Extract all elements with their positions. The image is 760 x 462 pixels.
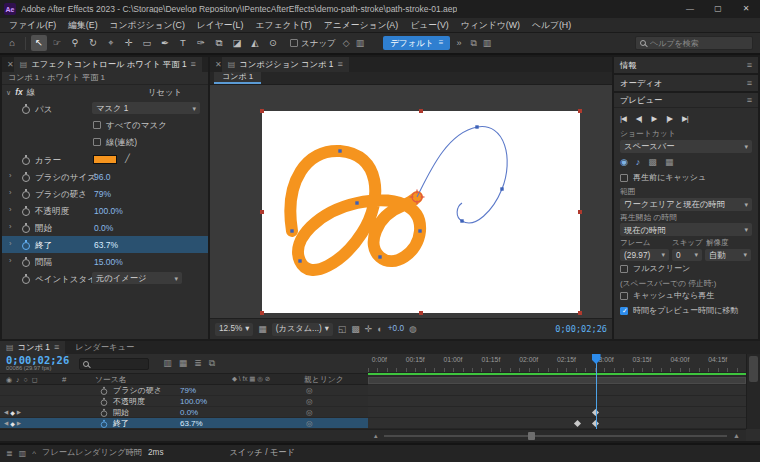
layer-handle[interactable] <box>260 109 264 113</box>
roto-brush-tool[interactable]: ◭ <box>247 35 263 51</box>
composition-mini-flowchart-icon[interactable]: ▥ <box>163 359 172 368</box>
previous-keyframe-icon[interactable]: ◀ <box>4 410 8 416</box>
play-button[interactable]: ▶ <box>651 115 656 123</box>
timeline-row-end[interactable]: ◀ ◆ ▶ 終了 63.7% ◎ <box>0 418 368 429</box>
menu-file[interactable]: ファイル(F) <box>3 21 62 30</box>
property-value[interactable]: 15.00% <box>94 258 123 267</box>
effect-name[interactable]: 線 <box>27 88 36 97</box>
twirl-icon[interactable]: › <box>9 172 12 180</box>
property-label[interactable]: カラー <box>35 156 61 165</box>
track-row[interactable] <box>368 418 746 429</box>
mask-visibility-icon[interactable]: ✛ <box>365 325 373 334</box>
timeline-row-start[interactable]: ◀ ◆ ▶ 開始 0.0% ◎ <box>0 407 368 418</box>
minimize-button[interactable]: — <box>676 0 704 18</box>
pen-tool[interactable]: ✒ <box>157 35 173 51</box>
pickwhip-icon[interactable]: ◎ <box>306 387 313 395</box>
share-icon[interactable]: ⧉ <box>470 39 476 48</box>
grid-guides-icon[interactable]: ▦ <box>258 325 267 334</box>
stopwatch-icon[interactable] <box>22 155 30 164</box>
previous-keyframe-icon[interactable]: ◀ <box>4 421 8 427</box>
source-name-column[interactable]: ソース名 <box>95 376 127 384</box>
effect-header-row[interactable]: ∨ fx 線 リセット <box>2 85 208 100</box>
stopwatch-icon-active[interactable] <box>22 240 30 249</box>
property-label[interactable]: 開始 <box>35 224 52 233</box>
snap-option2-icon[interactable]: ▥ <box>356 39 365 48</box>
transparency-grid-icon[interactable]: ▩ <box>351 325 360 334</box>
scrollbar-thumb[interactable] <box>749 356 758 382</box>
collapse-panel-icon[interactable]: ^ <box>32 450 36 458</box>
region-of-interest-icon[interactable]: ◱ <box>338 325 347 334</box>
twirl-down-icon[interactable]: ∨ <box>6 89 11 96</box>
exposure-value[interactable]: +0.0 <box>388 325 404 333</box>
layer-handle[interactable] <box>578 210 582 214</box>
layer-handle[interactable] <box>260 311 264 315</box>
composition-tab[interactable]: ▤ コンポジション コンポ 1 ≡ <box>222 57 349 72</box>
info-panel-header[interactable]: 情報 ≡ <box>614 57 758 73</box>
stopwatch-icon[interactable] <box>22 257 30 266</box>
selection-tool[interactable]: ↖ <box>31 35 47 51</box>
work-area-bar[interactable] <box>368 377 746 384</box>
exposure-icon[interactable]: ◐ <box>377 325 382 334</box>
panel-close-icon[interactable]: ✕ <box>210 57 222 72</box>
track-row[interactable] <box>368 396 746 407</box>
hide-shy-layers-icon[interactable]: ≣ <box>194 359 202 368</box>
layer-handle[interactable] <box>419 311 423 315</box>
stopwatch-icon[interactable] <box>22 104 30 113</box>
workspace-overflow-chevron[interactable]: » <box>456 39 461 48</box>
property-label[interactable]: パス <box>35 105 52 114</box>
menu-effect[interactable]: エフェクト(T) <box>249 21 317 30</box>
puppet-tool[interactable]: ⊙ <box>265 35 281 51</box>
framerate-dropdown[interactable]: (29.97) ▾ <box>620 249 669 261</box>
property-value[interactable]: 0.0% <box>94 224 113 233</box>
include-overlays-icon[interactable]: ▩ <box>648 158 657 167</box>
hand-tool[interactable]: ☞ <box>49 35 65 51</box>
keyframe-icon[interactable]: ◆ <box>10 410 15 416</box>
eraser-tool[interactable]: ◪ <box>229 35 245 51</box>
camera-tool[interactable]: ⌖ <box>103 35 119 51</box>
pan-behind-tool[interactable]: ✛ <box>121 35 137 51</box>
zoom-in-icon[interactable]: ▲ <box>733 432 740 439</box>
menu-edit[interactable]: 編集(E) <box>62 21 103 30</box>
twirl-icon[interactable]: › <box>9 206 12 214</box>
color-swatch[interactable] <box>93 155 117 164</box>
composition-canvas[interactable] <box>262 111 580 313</box>
stopwatch-icon[interactable] <box>22 172 30 181</box>
timeline-row-opacity[interactable]: 不透明度 100.0% ◎ <box>0 396 368 407</box>
keyframe-icon[interactable]: ◆ <box>10 421 15 427</box>
stopwatch-icon[interactable] <box>22 206 30 215</box>
paint-style-dropdown[interactable]: 元のイメージ ▾ <box>92 272 182 284</box>
workspace-menu-icon[interactable]: ≡ <box>439 39 444 47</box>
property-label[interactable]: 不透明度 <box>113 398 145 406</box>
next-frame-button[interactable]: |▶ <box>666 115 672 123</box>
last-frame-button[interactable]: ▶| <box>682 115 688 123</box>
cache-before-playback-row[interactable]: 再生前にキャッシュ <box>620 172 752 185</box>
workspace-tab-default[interactable]: デフォルト ≡ <box>383 36 450 51</box>
stopwatch-icon-active[interactable] <box>101 420 107 427</box>
cache-before-playback-checkbox[interactable] <box>620 174 628 182</box>
property-value[interactable]: 0.0% <box>180 409 198 417</box>
menu-view[interactable]: ビュー(V) <box>404 21 455 30</box>
resolution-preview-dropdown[interactable]: 自動 ▾ <box>705 249 751 261</box>
close-button[interactable]: ✕ <box>732 0 760 18</box>
composition-viewport[interactable] <box>210 85 612 318</box>
include-audio-icon[interactable]: ♪ <box>636 158 641 167</box>
keyframe-marker[interactable] <box>574 419 581 426</box>
render-queue-tab[interactable]: レンダーキュー <box>65 341 144 354</box>
parent-link-column[interactable]: 親とリンク <box>304 376 344 384</box>
property-value[interactable]: 79% <box>94 190 111 199</box>
skip-dropdown[interactable]: 0 ▾ <box>672 249 702 261</box>
eyedropper-icon[interactable]: ╱ <box>125 155 130 163</box>
home-tool[interactable]: ⌂ <box>4 35 20 51</box>
property-label[interactable]: 終了 <box>113 420 129 428</box>
timeline-vertical-scrollbar[interactable] <box>746 354 760 429</box>
property-label[interactable]: 終了 <box>35 241 52 250</box>
flowchart-icon[interactable]: ▥ <box>19 450 27 458</box>
panel-close-icon[interactable]: ✕ <box>2 57 14 72</box>
audio-panel-header[interactable]: オーディオ ≡ <box>614 75 758 91</box>
work-area-band[interactable] <box>368 373 746 385</box>
property-label[interactable]: ブラシのサイズ <box>35 173 96 182</box>
effect-controls-tab[interactable]: ▤ エフェクトコントロール ホワイト 平面 1 ≡ <box>14 57 202 72</box>
stopwatch-icon[interactable] <box>22 274 30 283</box>
play-from-dropdown[interactable]: 現在の時間 ▾ <box>620 223 752 236</box>
shortcut-dropdown[interactable]: スペースバー ▾ <box>620 140 752 153</box>
